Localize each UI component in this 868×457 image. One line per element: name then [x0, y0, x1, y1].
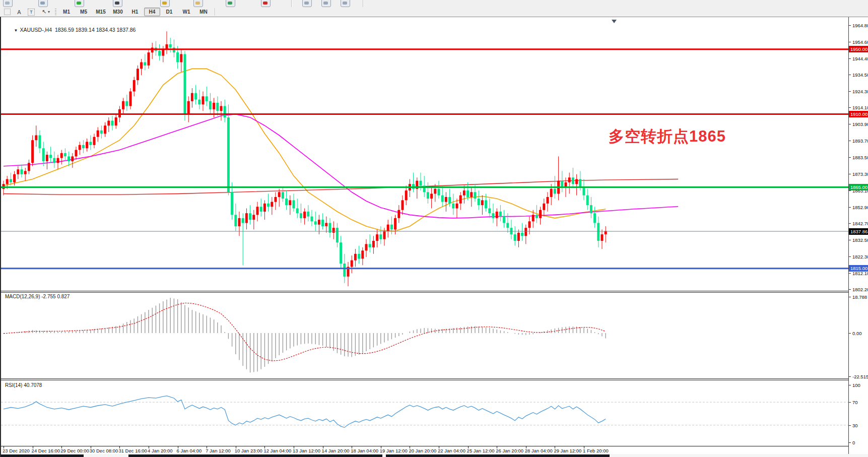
timeframe-button-M1[interactable]: M1	[58, 8, 75, 16]
window-icon-glyph	[304, 2, 309, 5]
timeframe-button-D1[interactable]: D1	[161, 8, 177, 16]
macd-pane[interactable]	[1, 293, 848, 378]
toolbar-drag-handle[interactable]	[55, 9, 56, 16]
symbol-caret-icon[interactable]: ▼	[14, 28, 18, 33]
time-label: 23 Dec 2020	[3, 448, 30, 453]
ma-orange	[4, 69, 606, 231]
rsi-tick-label: 100	[852, 382, 860, 388]
chart-annotation-text: 多空转折点1865	[609, 126, 726, 147]
price-axis[interactable]: 1964.801954.601944.401934.501924.301914.…	[848, 17, 868, 446]
autotrade-icon-glyph	[162, 2, 167, 5]
zoom-icon[interactable]	[38, 0, 48, 7]
chevron-down-icon: ▾	[48, 10, 50, 14]
price-tick-label: 1914.10	[852, 105, 868, 110]
arrows-tool-button[interactable]: ↖ ▾	[38, 8, 53, 16]
price-tick-label: 1954.60	[852, 39, 868, 45]
axis-tick	[849, 141, 851, 141]
time-label: 14 Jan 20:00	[322, 448, 350, 453]
autotrade-icon[interactable]	[160, 0, 170, 7]
axis-tick	[849, 256, 851, 257]
timeframe-button-W1[interactable]: W1	[178, 8, 194, 16]
ellipsis-icon[interactable]	[113, 0, 122, 7]
grid-icon	[4, 9, 11, 15]
time-label: 12 Jan 04:00	[263, 448, 291, 453]
text-tool-button[interactable]: T	[26, 8, 36, 16]
price-tick-label: 1822.30	[852, 254, 868, 259]
pane-splitter[interactable]	[1, 291, 848, 293]
axis-tick	[849, 425, 851, 426]
timeframe-button-H4[interactable]: H4	[144, 8, 160, 16]
price-tick-label: 1924.30	[852, 89, 868, 94]
timeframe-button-H1[interactable]: H1	[127, 8, 143, 16]
folder-icon[interactable]	[193, 0, 203, 7]
price-tick-label: 1964.80	[852, 23, 868, 28]
rsi-pane[interactable]	[1, 380, 848, 446]
pane-splitter[interactable]	[1, 378, 848, 380]
price-tick-label: 1842.70	[852, 221, 868, 226]
macd-tick-label: 0.00	[852, 331, 862, 336]
main-price-pane[interactable]	[1, 19, 848, 291]
web-icon-glyph	[228, 2, 232, 5]
macd-tick-label: 18.788	[852, 294, 867, 300]
timeframe-button-M5[interactable]: M5	[76, 8, 92, 16]
stop-icon[interactable]	[261, 0, 271, 7]
time-label: 4 Jan 20:00	[148, 448, 173, 453]
time-label: 6 Jan 04:00	[177, 448, 202, 453]
axis-tick	[849, 58, 851, 59]
candles-group	[3, 31, 607, 286]
timeframe-button-M30[interactable]: M30	[110, 8, 126, 16]
document-icon[interactable]	[3, 0, 13, 7]
axis-tick	[849, 25, 851, 26]
document-icon-glyph	[5, 2, 10, 5]
price-tick-label: 1802.20	[852, 287, 868, 292]
time-label: 26 Jan 20:00	[496, 448, 523, 453]
time-label: 22 Jan 04:00	[438, 448, 465, 453]
axis-tick	[849, 240, 851, 240]
chart-window: ▼XAUUSD-,H4 1836.59 1839.14 1834.43 1837…	[0, 17, 868, 457]
chart-title: ▼XAUUSD-,H4 1836.59 1839.14 1834.43 1837…	[5, 21, 136, 39]
window-edge-bar	[128, 454, 382, 457]
toolbar-separator	[215, 8, 216, 16]
price-tick-label: 1852.90	[852, 205, 868, 210]
price-tick-label: 1944.40	[852, 56, 868, 61]
ohlc-values: 1836.59 1839.14 1834.43 1837.86	[55, 27, 136, 33]
new-chart-icon[interactable]	[75, 0, 84, 7]
price-tick-label: 1832.50	[852, 237, 868, 243]
text-label-tool-button[interactable]: A	[14, 8, 24, 16]
window-icon-3-glyph	[343, 2, 347, 5]
axis-tick	[849, 223, 851, 224]
macd-signal-line	[4, 303, 606, 361]
time-axis[interactable]: 23 Dec 202024 Dec 16:0029 Dec 00:0030 De…	[1, 446, 848, 454]
grid-tool-button[interactable]	[2, 8, 12, 16]
symbol-period-label: XAUUSD-,H4	[20, 27, 52, 33]
zoom-icon-glyph	[40, 2, 45, 5]
axis-tick	[849, 333, 851, 334]
price-tick-label: 1893.70	[852, 138, 868, 144]
window-icon-2[interactable]	[321, 0, 331, 7]
web-icon[interactable]	[226, 0, 235, 7]
timeframe-button-M15[interactable]: M15	[93, 8, 109, 16]
text-a-icon: A	[17, 9, 21, 15]
time-label: 29 Jan 12:00	[554, 448, 581, 453]
time-label: 19 Jan 12:00	[380, 448, 408, 453]
mt4-terminal: A T ↖ ▾ M1M5M15M30H1H4D1W1MN ▼XAUUSD-,H4…	[0, 0, 868, 457]
axis-corner	[848, 446, 868, 454]
text-t-icon: T	[28, 9, 35, 16]
rsi-tick-label: 0	[852, 440, 855, 445]
time-label: 31 Dec 16:00	[118, 448, 147, 453]
price-tick-label: 1883.50	[852, 155, 868, 160]
window-icon-3[interactable]	[341, 0, 350, 7]
axis-tick	[849, 107, 851, 108]
axis-tick	[849, 385, 851, 385]
timeframe-button-MN[interactable]: MN	[195, 8, 212, 16]
toolbar-line-studies-row: A T ↖ ▾ M1M5M15M30H1H4D1W1MN	[0, 7, 868, 17]
axis-tick	[849, 402, 851, 403]
folder-icon-glyph	[195, 2, 200, 5]
axis-tick	[849, 289, 851, 290]
window-icon[interactable]	[302, 0, 312, 7]
axis-tick	[849, 124, 851, 124]
chart-shift-marker[interactable]	[612, 20, 617, 23]
price-tick-label: 1903.90	[852, 121, 868, 127]
timeframe-bar: M1M5M15M30H1H4D1W1MN	[58, 8, 212, 16]
current-price-badge: 1837.86	[849, 228, 868, 235]
